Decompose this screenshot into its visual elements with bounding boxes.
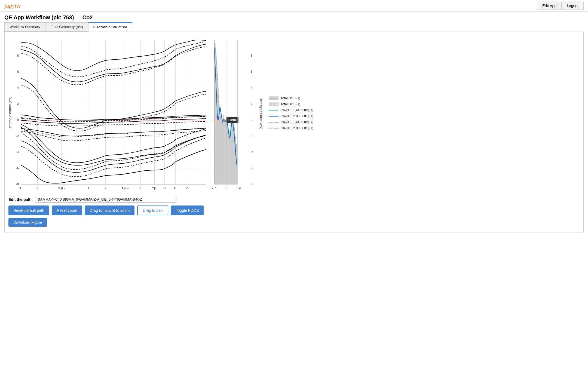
edit-app-button[interactable]: Edit App [537,2,562,10]
svg-text:Fermi: Fermi [228,118,237,121]
download-figure-button[interactable]: Download Figure [8,218,47,227]
svg-text:Electronic bands (eV): Electronic bands (eV) [8,97,12,130]
tab-electronic-structure[interactable]: Electronic Structure [88,22,132,32]
path-label: Edit the path: [8,197,33,202]
logout-button[interactable]: Logout [562,2,584,10]
svg-text:2: 2 [17,102,19,105]
header: jupyter Edit App Logout [0,0,588,12]
svg-text:Y|Γ: Y|Γ [152,186,157,190]
svg-text:-8: -8 [251,182,253,186]
legend-item-co-up-2: Co-[0.0, 2.88, 1.01] (↑) [269,114,581,118]
svg-text:Y: Y [36,186,39,190]
controls-section: Edit the path: Reset default path Reset … [7,196,581,227]
reset-default-button[interactable]: Reset default path [8,206,49,215]
svg-text:-6: -6 [251,166,253,170]
svg-text:0: 0 [226,187,227,190]
legend-label-total-dos-up: Total DOS (↑) [281,96,300,100]
legend-item-co-down-2: Co-[0.0, 2.88, 1.01] (↓) [269,126,581,130]
band-structure-svg: Electronic bands (eV) [7,35,212,192]
svg-text:8: 8 [17,54,19,57]
svg-text:-8: -8 [16,182,19,186]
svg-text:2: 2 [251,102,252,105]
svg-text:-2: -2 [16,134,19,137]
legend-label-co-up-1: Co-[0.0, 1.44, 3.02] (↑) [281,108,313,112]
legend-item-co-up-1: Co-[0.0, 1.44, 3.02] (↑) [269,108,581,112]
tab-bar: Workflow Summary Final Geometry (n/a) El… [0,22,588,32]
legend-label-co-down-2: Co-[0.0, 2.88, 1.01] (↓) [281,126,313,130]
svg-text:8: 8 [251,54,252,57]
svg-text:Density of States (eV): Density of States (eV) [259,98,263,130]
path-edit-row: Edit the path: [8,196,580,203]
main-content: Electronic bands (eV) [4,32,584,232]
page-title: QE App Workflow (pk: 763) — Co2 [0,12,588,22]
svg-text:-4: -4 [16,150,19,154]
tab-final-geometry[interactable]: Final Geometry (n/a) [45,22,88,32]
svg-rect-43 [21,40,206,184]
legend-item-co-down-1: Co-[0.0, 1.44, 3.02] (↓) [269,120,581,124]
legend-swatch-co-up-1 [269,108,278,112]
legend-swatch-total-dos-up [269,96,278,100]
svg-text:-4: -4 [251,150,253,154]
legend: Total DOS (↑) Total DOS (↓) Co-[0.0, 1.4… [263,35,581,193]
legend-swatch-co-down-2 [269,126,278,130]
dos-chart: Fermi -5.1 0 5.4 [212,35,247,193]
legend-item-total-dos-down: Total DOS (↓) [269,102,581,106]
svg-text:T: T [205,186,207,190]
svg-text:-6: -6 [16,166,19,170]
svg-text:4: 4 [17,86,19,89]
control-buttons-row: Reset default path Reset zoom Drag (or p… [8,206,580,215]
tab-workflow-summary[interactable]: Workflow Summary [4,22,45,32]
svg-text:A₀|E₀: A₀|E₀ [121,186,129,190]
legend-label-co-down-1: Co-[0.0, 1.44, 3.02] (↓) [281,120,313,124]
path-input[interactable] [35,196,176,203]
svg-text:0: 0 [17,118,19,121]
header-buttons: Edit App Logout [537,2,584,10]
legend-swatch-co-up-2 [269,114,278,118]
download-row: Download Figure [8,218,580,227]
svg-rect-64 [269,103,278,106]
svg-text:5.4: 5.4 [237,187,241,190]
jupyter-logo: jupyter [4,2,21,9]
svg-text:6: 6 [17,70,19,73]
svg-text:4: 4 [251,86,252,89]
svg-text:Z: Z [186,186,188,190]
svg-text:6: 6 [251,70,252,73]
dos-yaxis-svg: -8 -6 -4 -2 0 2 4 6 8 Density of States … [247,35,263,192]
svg-text:-5.1: -5.1 [212,187,217,190]
legend-swatch-total-dos-down [269,102,278,106]
legend-label-co-up-2: Co-[0.0, 2.88, 1.01] (↑) [281,114,313,118]
legend-item-total-dos-up: Total DOS (↑) [269,96,581,100]
legend-label-total-dos-down: Total DOS (↓) [281,102,300,106]
svg-text:-2: -2 [251,134,253,137]
drag-pan-button[interactable]: Drag to pan [137,206,168,215]
svg-text:Γ: Γ [20,186,22,190]
band-chart[interactable]: Electronic bands (eV) [7,35,212,193]
svg-rect-1 [21,40,206,184]
svg-text:R: R [174,186,176,190]
drag-zoom-button[interactable]: Drag (or pinch) to zoom [85,206,134,215]
reset-zoom-button[interactable]: Reset zoom [52,206,82,215]
svg-text:0: 0 [251,118,252,121]
dos-yaxis: -8 -6 -4 -2 0 2 4 6 8 Density of States … [247,35,263,193]
svg-text:C₀|Σ₀: C₀|Σ₀ [58,186,65,190]
svg-text:T: T [140,186,142,190]
svg-text:S: S [164,186,166,190]
svg-text:Z: Z [105,186,107,190]
legend-swatch-co-down-1 [269,120,278,124]
svg-rect-63 [269,97,278,100]
svg-text:Γ: Γ [88,186,90,190]
dos-svg: Fermi -5.1 0 5.4 [212,35,247,192]
chart-container: Electronic bands (eV) [7,35,581,193]
toggle-pdos-button[interactable]: Toggle PDOS [171,206,204,215]
